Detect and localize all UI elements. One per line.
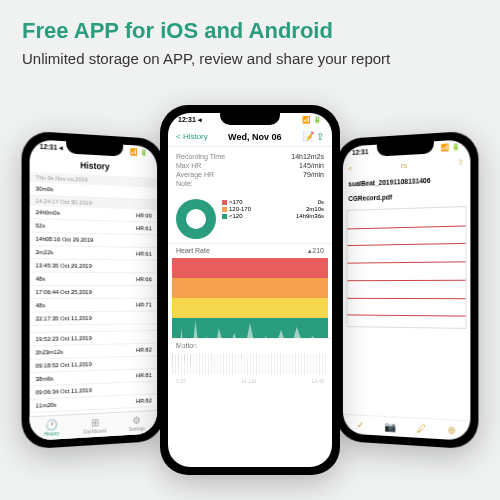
nav-title: Wed, Nov 06	[228, 132, 281, 142]
tab-bar: 🕐History ⊞Dashboard ⚙Settings	[30, 410, 158, 441]
share-icon[interactable]: ⇪	[457, 158, 464, 168]
page-subtitle: Unlimited storage on APP, review and sha…	[22, 50, 478, 67]
phones-showcase: 12:31 ◂📶 🔋 History Thu 0s Nov us,201930m…	[0, 85, 500, 485]
history-row[interactable]: 48sHR:71	[30, 299, 158, 313]
hr-label: Heart Rate	[176, 247, 210, 255]
note-icon[interactable]: 📝	[302, 131, 314, 142]
back-button[interactable]: < History	[176, 132, 208, 141]
hr-chart[interactable]	[172, 258, 328, 338]
add-icon[interactable]: ⊕	[448, 424, 456, 436]
hr-max: ▴210	[308, 247, 324, 255]
share-icon[interactable]: ⇪	[316, 131, 324, 142]
tab-settings[interactable]: ⚙Settings	[116, 414, 157, 433]
notch	[220, 113, 280, 125]
pen-icon[interactable]: 🖊	[416, 423, 426, 435]
check-icon[interactable]: ✓	[357, 419, 364, 430]
phone-history: 12:31 ◂📶 🔋 History Thu 0s Nov us,201930m…	[22, 130, 165, 449]
phone-detail: 12:31 ◂📶 🔋 < History Wed, Nov 06 📝 ⇪ Rec…	[160, 105, 340, 475]
history-list[interactable]: Thu 0s Nov us,201930m0s14:24:17 Oct 30,2…	[30, 172, 158, 440]
phone-report: 12:31📶 🔋 < rs ⇪ sualBeat_20191108131406 …	[336, 130, 479, 449]
tab-history[interactable]: 🕐History	[30, 418, 74, 438]
tab-dashboard[interactable]: ⊞Dashboard	[74, 416, 116, 435]
history-row[interactable]: 13:45:35 Oct 29,2019	[30, 259, 158, 273]
history-row[interactable]: 17:06:44 Oct 25,2019	[30, 286, 158, 299]
history-row[interactable]: 48sHR:66	[30, 273, 158, 287]
stats-block: Recording Time14h12m2sMax HR145/minAvera…	[168, 147, 332, 195]
notes-label: rs	[401, 161, 407, 170]
ecg-report[interactable]	[347, 206, 467, 329]
status-time: 12:31 ◂	[40, 143, 64, 152]
notes-toolbar: ✓ 📷 🖊 ⊕	[343, 414, 471, 441]
page-title: Free APP for iOS and Android	[22, 18, 478, 44]
camera-icon[interactable]: 📷	[384, 421, 395, 433]
status-icons: 📶 🔋	[130, 148, 148, 157]
status-icons: 📶 🔋	[302, 116, 322, 124]
status-time: 12:31	[352, 148, 368, 157]
legend: >1700s120-1702m10s<12014h9m36s	[222, 199, 324, 239]
status-icons: 📶 🔋	[441, 143, 461, 152]
status-time: 12:31 ◂	[178, 116, 202, 124]
back-button[interactable]: <	[348, 164, 352, 173]
donut-chart	[176, 199, 216, 239]
